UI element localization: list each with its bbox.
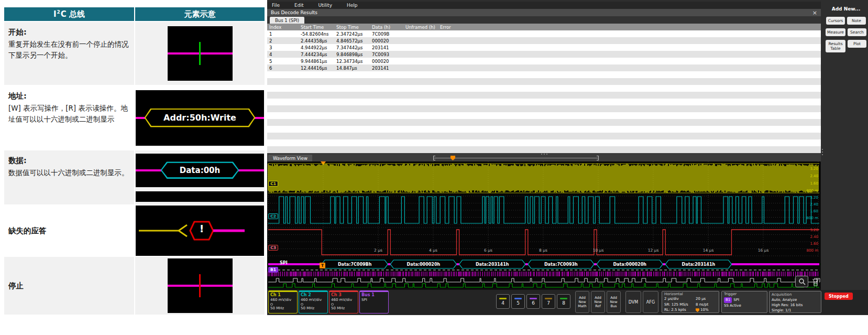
column-header-error: Error — [438, 25, 821, 30]
doc-row-stop-illustration — [135, 257, 265, 315]
sidebar-button-cursors[interactable]: Cursors — [826, 17, 845, 25]
decode-row[interactable]: 22.444358µs4.846572µs000020 — [267, 37, 821, 44]
missing-ack-exclamation: ! — [190, 223, 213, 234]
trash-icon[interactable] — [810, 276, 820, 287]
doc-row-start-illustration — [135, 22, 265, 85]
add-new-sidebar: Add New... CursorsNoteMeasureSearchResul… — [824, 0, 868, 290]
bus1-waveform-handle[interactable]: B1 — [268, 267, 278, 273]
decode-cell: 7C0093 — [370, 52, 403, 57]
decode-cell: 7.444234µs — [299, 52, 334, 57]
overview-right-bracket[interactable] — [597, 156, 599, 160]
ch1-waveform-handle[interactable]: C1 — [268, 181, 278, 187]
ch3-waveform-handle[interactable]: C3 — [268, 245, 278, 251]
data-symbol-strip — [136, 191, 264, 202]
horizontal-values: 2 µs/div20 µsSR: 125 MS/s8 ns/ptRL: 2.5 … — [664, 296, 717, 313]
svg-text:2.40: 2.40 — [810, 202, 818, 207]
channel-scale: 460 mV/div — [301, 298, 326, 302]
decode-row-empty — [267, 126, 821, 133]
trigger-source-line: B1 SPI — [724, 297, 765, 303]
tab-bus1-spi[interactable]: Bus 1 (SPI) — [270, 17, 304, 24]
channel-button-7[interactable]: 7 — [542, 294, 555, 309]
probe-icon — [331, 303, 334, 306]
channel-button-4[interactable]: 4 — [496, 294, 510, 309]
sidebar-button-note[interactable]: Note — [847, 17, 866, 25]
ch2-waveform-handle[interactable]: C2 — [268, 213, 278, 219]
decode-row[interactable]: 612.44416µs14.847µs203141 — [267, 64, 821, 71]
decode-tab-strip: Bus 1 (SPI) — [267, 16, 821, 24]
trigger-mode: SS Active — [724, 303, 765, 309]
add-button-word: Math — [578, 304, 586, 308]
address-title: 地址: — [8, 91, 129, 101]
bus-name: Bus 1 — [361, 293, 387, 298]
bandwidth-icon — [301, 302, 326, 306]
horizontal-row: SR: 125 MS/s8 ns/pt — [664, 302, 717, 308]
decode-row-empty — [267, 105, 821, 112]
trigger-settings[interactable]: Trigger B1 SPI SS Active — [721, 291, 767, 313]
menu-file[interactable]: File — [272, 3, 280, 8]
channel-badge-ch-2[interactable]: Ch 2460 mV/div50 MHz — [299, 290, 328, 314]
decode-table-body: 1-54.82604ns2.347242µs7C009B22.444358µs4… — [267, 30, 821, 153]
decode-row[interactable]: 59.944861µs12.34734µs000020 — [267, 58, 821, 64]
column-header-data-h: Data (h) — [370, 25, 403, 30]
stopped-badge: Stopped — [825, 293, 853, 300]
probe-icon — [301, 303, 303, 306]
waveform-view-tab[interactable]: Waveform View — [268, 155, 312, 161]
bus-decode-results-panel: Bus Decode Results × Bus 1 (SPI) IndexSt… — [267, 9, 821, 153]
dvm-button[interactable]: DVM — [625, 291, 641, 313]
add-new-math-button[interactable]: AddNewMath — [575, 291, 589, 313]
sidebar-button-results-table[interactable]: Results Table — [826, 40, 845, 52]
bus-name-label: SPI — [280, 261, 288, 265]
channel-button-6[interactable]: 6 — [526, 294, 540, 309]
add-new-ref-button[interactable]: AddNewRef — [591, 291, 605, 313]
trigger-position-marker[interactable] — [451, 156, 455, 160]
add-new-bus-button[interactable]: AddNewBus — [607, 291, 621, 313]
waveform-title-bar: Waveform View — [267, 155, 821, 161]
trigger-source-badge: B1 — [724, 297, 732, 303]
menu-edit[interactable]: Edit — [294, 3, 303, 8]
channel-color-dash — [545, 298, 552, 299]
i2c-superscript: 2 — [57, 9, 60, 15]
sidebar-button-search[interactable]: Search — [848, 28, 866, 36]
menu-utility[interactable]: Utility — [318, 3, 332, 8]
start-symbol-image — [168, 26, 233, 81]
waveform-canvas[interactable]: 2 µs4 µs6 µs8 µs10 µs12 µs14 µs16 µs3.20… — [267, 161, 820, 288]
horizontal-value-text: 20 µs — [696, 296, 706, 302]
decode-row[interactable]: 47.444234µs9.846898µs7C0093 — [267, 51, 821, 58]
trigger-marker[interactable]: T — [320, 263, 325, 268]
decode-cell: 203141 — [370, 66, 403, 71]
svg-text:Data:000020h: Data:000020h — [407, 262, 441, 267]
decode-cell: 9.944861µs — [299, 59, 334, 64]
decode-row-empty — [267, 99, 821, 105]
svg-text:Data:000020h: Data:000020h — [613, 262, 646, 267]
sidebar-button-plot[interactable]: Plot — [848, 40, 866, 48]
bandwidth-icon — [331, 302, 356, 306]
bus-badge-bus1[interactable]: Bus 1SPI — [359, 290, 389, 314]
channel-button-8[interactable]: 8 — [557, 294, 570, 309]
overview-left-bracket[interactable] — [433, 156, 435, 160]
horizontal-value-text: 10% — [700, 307, 709, 313]
horizontal-settings[interactable]: Horizontal 2 µs/div20 µsSR: 125 MS/s8 ns… — [662, 291, 719, 313]
channel-color-dash — [530, 298, 537, 299]
zoom-button[interactable] — [795, 276, 808, 287]
channel-badge-ch-1[interactable]: Ch 1460 mV/div50 MHz — [268, 290, 298, 314]
channel-scale: 460 mV/div — [331, 298, 356, 302]
acquisition-settings[interactable]: Acquisition Auto, Analyze High Res: 16 b… — [769, 291, 821, 313]
decode-row[interactable]: 1-54.82604ns2.347242µs7C009B — [267, 30, 821, 37]
svg-text:3.20: 3.20 — [810, 196, 818, 200]
close-icon[interactable]: × — [812, 10, 817, 16]
decode-cell: 4 — [267, 52, 299, 57]
decode-cell: 5 — [267, 59, 299, 64]
channel-button-5[interactable]: 5 — [511, 294, 525, 309]
decode-cell: 2 — [267, 38, 299, 44]
pan-zoom-overview[interactable] — [433, 155, 599, 161]
sidebar-button-measure[interactable]: Measure — [826, 28, 845, 36]
menu-help[interactable]: Help — [347, 3, 358, 8]
svg-text:10 µs: 10 µs — [593, 248, 604, 253]
decode-cell: 203141 — [370, 45, 403, 50]
decode-row[interactable]: 34.944922µs7.347442µs203141 — [267, 44, 821, 51]
channel-badge-ch-3[interactable]: Ch 3460 mV/div50 MHz — [329, 290, 358, 314]
bus-type: SPI — [361, 298, 387, 302]
channel-scale: 460 mV/div — [270, 298, 295, 302]
afg-button[interactable]: AFG — [643, 291, 658, 313]
channel-number: 5 — [517, 300, 520, 306]
